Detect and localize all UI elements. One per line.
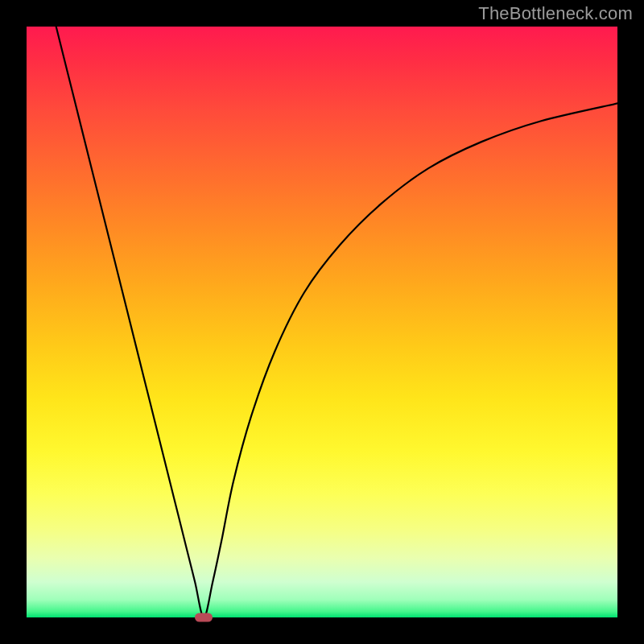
plot-area (27, 27, 617, 617)
watermark-text: TheBottleneck.com (478, 3, 633, 24)
chart-frame: TheBottleneck.com (0, 0, 644, 644)
minimum-marker (195, 613, 213, 622)
bottleneck-curve (27, 27, 617, 617)
